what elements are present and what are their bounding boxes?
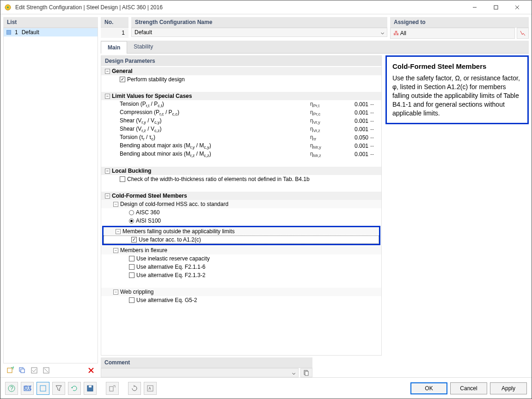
comment-input[interactable]: ⌵ [101, 368, 299, 377]
uncheck-all-button[interactable] [41, 365, 51, 375]
name-header: Strength Configuration Name [131, 17, 387, 28]
tab-stability[interactable]: Stability [127, 41, 159, 53]
highlighted-section: − Members falling outside the applicabil… [102, 226, 380, 245]
subsection-hss-standard[interactable]: − Design of cold-formed HSS acc. to stan… [101, 200, 381, 208]
list-header: List [3, 17, 98, 28]
close-button[interactable] [507, 0, 528, 14]
pick-in-view-button[interactable] [517, 28, 529, 39]
collapse-icon[interactable]: − [116, 229, 121, 234]
info-title: Cold-Formed Steel Members [392, 62, 522, 70]
radio-icon[interactable] [129, 218, 134, 224]
limit-tension[interactable]: Tension (Pr,t / Pc,t) ηPr,t 0.001 -- [101, 100, 381, 109]
info-box: Cold-Formed Steel Members Use the safety… [385, 55, 529, 124]
checkbox-icon[interactable] [129, 264, 135, 270]
cancel-button[interactable]: Cancel [450, 382, 487, 394]
reset-button[interactable] [128, 382, 141, 395]
list-item-no: 1 [15, 29, 18, 36]
delete-item-button[interactable] [86, 365, 96, 375]
svg-rect-3 [494, 6, 498, 9]
svg-rect-23 [89, 386, 92, 387]
subsection-web-crippling[interactable]: − Web crippling [101, 288, 381, 296]
checkbox-icon[interactable] [131, 237, 137, 242]
collapse-icon[interactable]: − [113, 202, 118, 207]
svg-text:0,00: 0,00 [24, 385, 31, 391]
svg-rect-10 [31, 368, 37, 373]
limit-bend-z[interactable]: Bending about minor axis (Mr,z / Mc,z) η… [101, 150, 381, 158]
app-icon [4, 4, 12, 11]
dialog-window: Edit Strength Configuration | Steel Desi… [0, 0, 532, 399]
titlebar: Edit Strength Configuration | Steel Desi… [0, 0, 532, 14]
limit-shear-z[interactable]: Shear (Vr,z / Vc,z) ηVr,z 0.001 -- [101, 125, 381, 133]
list-toolbar: ✦ [3, 363, 98, 377]
name-select[interactable]: Default ⌵ [131, 28, 387, 37]
parameters-header: Design Parameters [101, 56, 381, 66]
option-eq-g5-2[interactable]: Use alternative Eq. G5-2 [101, 296, 381, 304]
limit-bend-y[interactable]: Bending about major axis (Mr,y / Mc,y) η… [101, 142, 381, 150]
svg-line-12 [44, 369, 48, 372]
comment-library-button[interactable] [300, 368, 312, 377]
checkbox-icon[interactable] [120, 176, 125, 182]
export-button[interactable] [106, 382, 119, 395]
window-title: Edit Strength Configuration | Steel Desi… [15, 4, 464, 11]
tab-main[interactable]: Main [101, 41, 127, 54]
collapse-icon[interactable]: − [105, 69, 110, 74]
svg-text:?: ? [10, 385, 13, 392]
option-width-thickness-check[interactable]: Check of the width-to-thickness ratio of… [101, 175, 381, 183]
copy-item-button[interactable] [17, 365, 27, 375]
section-limit-values[interactable]: − Limit Values for Special Cases [101, 92, 381, 100]
name-value: Default [135, 29, 152, 36]
apply-button[interactable]: Apply [490, 382, 527, 394]
svg-text:✦: ✦ [12, 367, 14, 370]
section-local-buckling[interactable]: − Local Buckling [101, 167, 381, 175]
list-item-color-icon [6, 30, 11, 35]
list-item-name: Default [22, 29, 39, 36]
checkbox-icon[interactable] [129, 297, 135, 303]
checkbox-icon[interactable] [129, 256, 135, 261]
subsection-flexure[interactable]: − Members in flexure [101, 246, 381, 254]
collapse-icon[interactable]: − [113, 248, 118, 253]
minimize-button[interactable] [464, 0, 485, 14]
limit-shear-y[interactable]: Shear (Vr,y / Vc,y) ηVr,y 0.001 -- [101, 117, 381, 125]
save-settings-button[interactable] [84, 382, 97, 395]
ok-button[interactable]: OK [410, 382, 447, 394]
radio-aisi-s100[interactable]: AISI S100 [101, 217, 381, 225]
check-all-button[interactable] [29, 365, 39, 375]
subsection-outside-limits[interactable]: − Members falling outside the applicabil… [104, 227, 379, 236]
radio-icon[interactable] [129, 210, 134, 215]
checkbox-icon[interactable] [129, 272, 135, 278]
collapse-icon[interactable]: − [105, 193, 110, 199]
radio-aisc-360[interactable]: AISC 360 [101, 208, 381, 217]
assigned-value: All [400, 30, 406, 36]
units-button[interactable]: 0,00 [21, 382, 34, 395]
list-panel: List 1 Default ✦ [3, 17, 98, 377]
list-body[interactable]: 1 Default [3, 28, 98, 363]
collapse-icon[interactable]: − [105, 169, 110, 174]
parameters-grid: Design Parameters − General Perform stab… [101, 55, 382, 356]
maximize-button[interactable] [485, 0, 507, 14]
checkbox-icon[interactable] [120, 77, 125, 82]
collapse-icon[interactable]: − [105, 94, 110, 99]
refresh-button[interactable] [68, 382, 81, 395]
limit-compression[interactable]: Compression (Pr,c / Pc,c) ηPr,c 0.001 -- [101, 109, 381, 117]
option-eq-f2-1-1-6[interactable]: Use alternative Eq. F2.1.1-6 [101, 263, 381, 271]
help-button[interactable]: ? [5, 382, 18, 395]
assigned-value-field[interactable]: ⁂ All [390, 28, 515, 39]
list-item[interactable]: 1 Default [4, 28, 98, 36]
no-header: No. [101, 17, 128, 28]
option-perform-stability[interactable]: Perform stability design [101, 75, 381, 84]
option-eq-f2-1-3-2[interactable]: Use alternative Eq. F2.1.3-2 [101, 271, 381, 279]
view-button[interactable] [37, 382, 49, 395]
option-inelastic-reserve[interactable]: Use inelastic reserve capacity [101, 254, 381, 263]
svg-rect-24 [110, 387, 113, 391]
default-button[interactable] [144, 382, 157, 395]
section-general[interactable]: − General [101, 67, 381, 75]
filter-button[interactable] [52, 382, 65, 395]
collapse-icon[interactable]: − [113, 290, 118, 295]
limit-torsion[interactable]: Torsion (τr / τc) ητr 0.050 -- [101, 133, 381, 142]
option-use-factor-a12c[interactable]: Use factor acc. to A1.2(c) [104, 236, 379, 244]
svg-point-1 [7, 6, 9, 8]
section-cold-formed[interactable]: − Cold-Formed Steel Members [101, 192, 381, 200]
no-value: 1 [101, 28, 128, 38]
dialog-footer: ? 0,00 OK Cancel Apply [0, 377, 532, 399]
new-item-button[interactable]: ✦ [5, 365, 15, 375]
